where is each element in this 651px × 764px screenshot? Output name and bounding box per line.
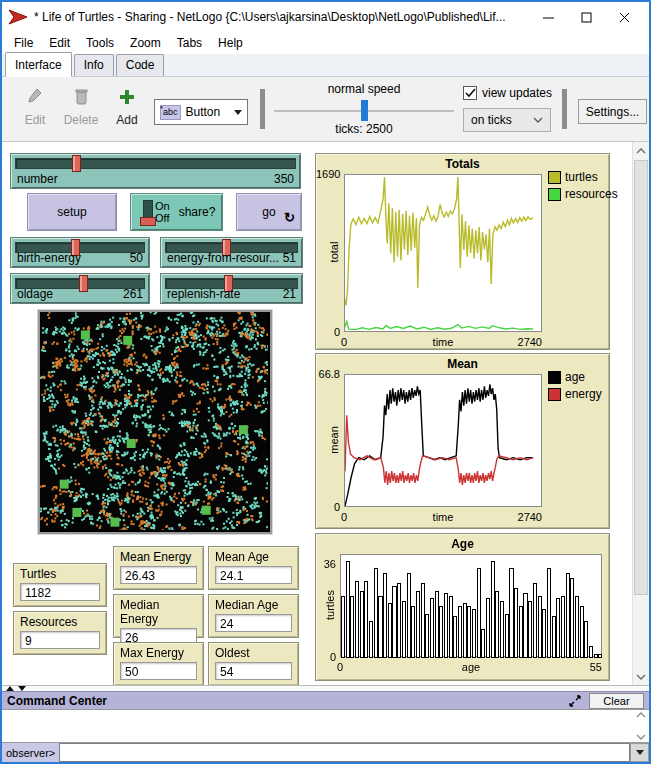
scrollbar-thumb[interactable] xyxy=(634,160,648,595)
window-title: * Life of Turtles - Sharing - NetLogo {C… xyxy=(34,10,523,24)
plot-title: Mean xyxy=(316,357,609,371)
chevron-down-icon xyxy=(636,750,644,755)
slider-value: 51 xyxy=(283,251,296,265)
legend-item: age xyxy=(548,370,602,384)
history-dropdown[interactable] xyxy=(630,743,649,762)
plot-canvas xyxy=(340,554,602,657)
forever-loop-icon: ↻ xyxy=(284,210,295,225)
slider-label: energy-from-resour... xyxy=(167,251,279,265)
monitor-value: 26.43 xyxy=(120,566,197,584)
menu-file[interactable]: File xyxy=(6,33,41,53)
expand-up-icon[interactable] xyxy=(6,686,14,691)
share-switch[interactable]: On Off share? xyxy=(130,193,223,231)
chevron-down-icon xyxy=(234,110,242,115)
y-tick-label: 0 xyxy=(316,501,340,513)
slider-label: number xyxy=(17,172,58,186)
world-view[interactable] xyxy=(38,310,272,534)
speed-slider-handle[interactable] xyxy=(361,100,368,121)
slider-number[interactable]: number350 xyxy=(10,153,301,189)
scroll-down-icon[interactable] xyxy=(636,734,646,740)
legend-item: energy xyxy=(548,387,602,401)
switch-on-label: On xyxy=(155,200,170,212)
plot-mean: Mean66.80mean0time2740ageenergy xyxy=(315,353,610,529)
scroll-down-icon[interactable] xyxy=(633,668,649,685)
legend-swatch xyxy=(548,171,561,184)
chevron-down-icon xyxy=(533,117,543,123)
clear-button[interactable]: Clear xyxy=(589,693,644,709)
legend-swatch xyxy=(548,371,561,384)
delete-button[interactable]: Delete xyxy=(60,86,102,128)
switch-handle[interactable] xyxy=(140,217,156,226)
command-center-output[interactable] xyxy=(2,709,649,743)
monitor-mean-energy: Mean Energy 26.43 xyxy=(113,546,204,590)
legend-label: energy xyxy=(565,387,602,401)
y-tick-label: 66.8 xyxy=(316,368,340,380)
maximize-button[interactable] xyxy=(567,4,605,30)
slider-label: oldage xyxy=(17,287,53,301)
x-tick-label: 2740 xyxy=(344,336,542,348)
legend-label: resources xyxy=(565,187,618,201)
command-center-splitter[interactable] xyxy=(2,685,649,691)
plot-age: Age360turtles0age55 xyxy=(315,533,610,681)
view-updates-checkbox[interactable] xyxy=(463,86,477,100)
button-widget-icon: abc xyxy=(160,105,181,120)
tab-code[interactable]: Code xyxy=(116,54,165,76)
slider-track[interactable] xyxy=(15,158,296,169)
scroll-up-icon[interactable] xyxy=(636,712,646,718)
speed-slider[interactable] xyxy=(274,110,454,112)
y-axis-title: turtles xyxy=(324,575,336,635)
monitor-label: Mean Energy xyxy=(120,550,197,564)
go-button-label: go xyxy=(262,205,275,219)
plot-title: Totals xyxy=(316,157,609,171)
tab-info[interactable]: Info xyxy=(74,54,114,76)
tab-bar: InterfaceInfoCode xyxy=(2,54,649,77)
y-axis-title: total xyxy=(328,222,340,282)
menu-edit[interactable]: Edit xyxy=(41,33,78,53)
slider-birth-energy[interactable]: birth-energy50 xyxy=(10,237,150,268)
switch-track[interactable] xyxy=(143,200,153,225)
vertical-scrollbar[interactable] xyxy=(632,142,649,685)
slider-label: replenish-rate xyxy=(167,287,240,301)
monitor-median-energy: Median Energy 26 xyxy=(113,594,204,638)
menu-tabs[interactable]: Tabs xyxy=(169,33,210,53)
x-tick-label: 55 xyxy=(340,661,602,673)
y-tick-label: 0 xyxy=(316,651,336,663)
slider-oldage[interactable]: oldage261 xyxy=(10,273,150,304)
legend-label: turtles xyxy=(565,170,598,184)
menu-zoom[interactable]: Zoom xyxy=(122,33,169,53)
detach-window-icon[interactable] xyxy=(567,694,583,708)
menu-help[interactable]: Help xyxy=(210,33,251,53)
menu-tools[interactable]: Tools xyxy=(78,33,122,53)
titlebar[interactable]: * Life of Turtles - Sharing - NetLogo {C… xyxy=(2,2,649,32)
world-canvas[interactable] xyxy=(40,312,268,530)
edit-button[interactable]: Edit xyxy=(14,86,56,128)
go-button[interactable]: go ↻ xyxy=(236,193,302,231)
y-tick-label: 36 xyxy=(316,558,336,570)
plot-canvas xyxy=(344,174,542,332)
monitor-resources: Resources 9 xyxy=(13,611,107,655)
slider-replenish-rate[interactable]: replenish-rate21 xyxy=(160,273,303,304)
minimize-button[interactable] xyxy=(529,4,567,30)
trash-icon xyxy=(60,86,102,110)
slider-energy-from-resource[interactable]: energy-from-resour...51 xyxy=(160,237,303,268)
command-line: observer> xyxy=(2,743,649,762)
setup-button[interactable]: setup xyxy=(27,193,117,231)
slider-value: 50 xyxy=(130,251,143,265)
scroll-up-icon[interactable] xyxy=(633,142,649,159)
command-input[interactable] xyxy=(59,743,630,762)
toolbar: Edit Delete Add abc Button normal speed … xyxy=(2,77,649,142)
update-mode-dropdown[interactable]: on ticks xyxy=(463,108,551,132)
monitor-max-energy: Max Energy 50 xyxy=(113,642,204,686)
legend-item: turtles xyxy=(548,170,618,184)
close-button[interactable] xyxy=(605,4,643,30)
add-button[interactable]: Add xyxy=(106,86,148,128)
plot-canvas xyxy=(344,374,542,507)
plot-legend: ageenergy xyxy=(548,370,602,404)
tab-interface[interactable]: Interface xyxy=(5,52,72,77)
collapse-down-icon[interactable] xyxy=(18,686,26,691)
widget-type-dropdown[interactable]: abc Button xyxy=(154,99,248,125)
monitor-mean-age: Mean Age 24.1 xyxy=(208,546,299,590)
slider-handle[interactable] xyxy=(72,155,81,172)
output-scrollbar[interactable] xyxy=(633,710,649,742)
settings-button[interactable]: Settings... xyxy=(578,99,647,124)
